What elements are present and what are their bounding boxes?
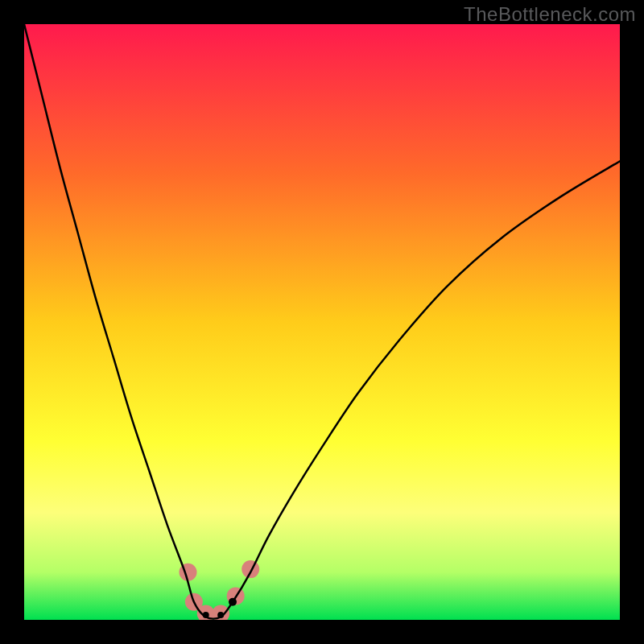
plot-background [24, 24, 620, 620]
bottleneck-chart [24, 24, 620, 620]
watermark: TheBottleneck.com [464, 3, 636, 26]
curve-black-dot [217, 612, 224, 618]
curve-black-dot [229, 598, 237, 606]
curve-black-dot [203, 612, 209, 618]
curve-marker [242, 560, 259, 578]
